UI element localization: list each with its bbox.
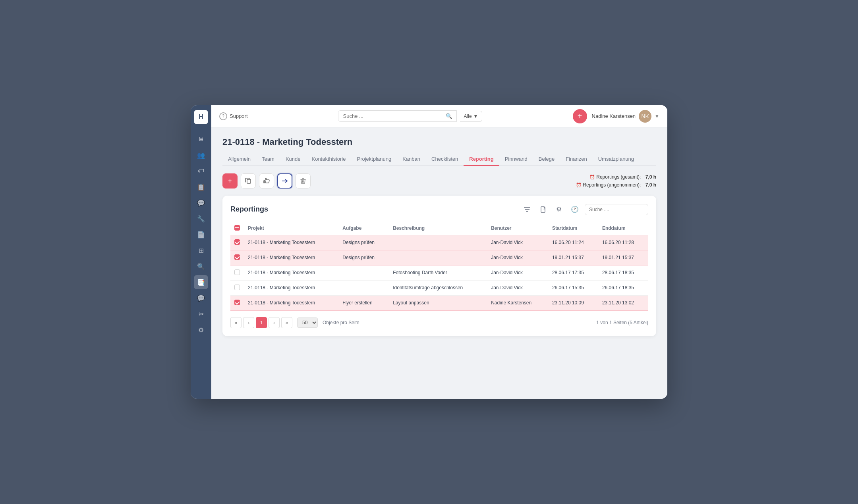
cell-benutzer: Jan-David Vick: [487, 235, 548, 250]
cell-projekt: 21-0118 - Marketing Todesstern: [244, 265, 338, 280]
sidebar-item-users[interactable]: 👥: [194, 148, 208, 162]
copy-button[interactable]: [241, 173, 256, 189]
row-checkbox[interactable]: [234, 300, 240, 305]
reportings-table-container: Reportings: [222, 196, 656, 336]
sidebar-item-messages[interactable]: 💬: [194, 291, 208, 305]
filter-icon[interactable]: [521, 204, 533, 215]
support-link[interactable]: ? Support: [219, 112, 248, 120]
topbar: ? Support 🔍 Alle ▼ + Nadine Karstensen N…: [211, 105, 667, 127]
cell-startdatum: 16.06.20 11:24: [548, 235, 598, 250]
tab-finanzen[interactable]: Finanzen: [560, 153, 592, 166]
sidebar-item-grid[interactable]: ⊞: [194, 243, 208, 258]
column-startdatum: Startdatum: [548, 222, 598, 235]
chevron-down-icon: ▼: [473, 113, 478, 119]
cell-projekt: 21-0118 - Marketing Todesstern: [244, 235, 338, 250]
table-header-row: Reportings: [230, 204, 648, 215]
column-benutzer: Benutzer: [487, 222, 548, 235]
sidebar-item-tasks[interactable]: 📋: [194, 180, 208, 194]
app-logo[interactable]: H: [194, 110, 208, 124]
sidebar-item-tools[interactable]: 🔧: [194, 212, 208, 226]
row-checkbox-cell[interactable]: [230, 235, 244, 250]
tab-allgemein[interactable]: Allgemein: [222, 153, 256, 166]
row-checkbox-cell[interactable]: [230, 295, 244, 310]
column-aufgabe: Aufgabe: [338, 222, 389, 235]
sidebar-item-settings[interactable]: ⚙: [194, 323, 208, 337]
cell-projekt: 21-0118 - Marketing Todesstern: [244, 280, 338, 295]
sidebar-item-search[interactable]: 🔍: [194, 259, 208, 273]
column-projekt: Projekt: [244, 222, 338, 235]
cell-enddatum: 28.06.17 18:35: [598, 265, 648, 280]
tab-projektplanung[interactable]: Projektplanung: [351, 153, 397, 166]
row-checkbox[interactable]: [234, 254, 240, 260]
global-add-button[interactable]: +: [573, 109, 587, 123]
prev-page-button[interactable]: ‹: [243, 317, 254, 328]
tab-umsatzplanung[interactable]: Umsatzplanung: [593, 153, 640, 166]
cell-beschreibung: [389, 250, 487, 265]
row-checkbox-cell[interactable]: [230, 250, 244, 265]
move-button[interactable]: [277, 173, 292, 189]
tab-kontakthistorie[interactable]: Kontakthistorie: [306, 153, 351, 166]
cell-beschreibung: Fotoshooting Darth Vader: [389, 265, 487, 280]
page-1-button[interactable]: 1: [256, 317, 267, 328]
sidebar-item-tags[interactable]: 🏷: [194, 164, 208, 178]
next-page-button[interactable]: ›: [269, 317, 280, 328]
history-icon[interactable]: 🕐: [569, 204, 581, 215]
cell-aufgabe: [338, 265, 389, 280]
row-checkbox-cell[interactable]: [230, 280, 244, 295]
support-icon: ?: [219, 112, 227, 120]
table-row: 21-0118 - Marketing Todesstern Designs p…: [230, 250, 648, 265]
search-filter-button[interactable]: Alle ▼: [460, 111, 483, 122]
tab-team[interactable]: Team: [256, 153, 280, 166]
first-page-button[interactable]: «: [230, 317, 242, 328]
row-checkbox-cell[interactable]: [230, 265, 244, 280]
settings-icon[interactable]: ⚙: [553, 204, 565, 215]
cell-beschreibung: Layout anpassen: [389, 295, 487, 310]
table-row: 21-0118 - Marketing Todesstern Identität…: [230, 280, 648, 295]
cell-enddatum: 23.11.20 13:02: [598, 295, 648, 310]
tab-belege[interactable]: Belege: [533, 153, 560, 166]
row-checkbox[interactable]: [234, 285, 240, 290]
row-checkbox[interactable]: [234, 239, 240, 245]
cell-startdatum: 23.11.20 10:09: [548, 295, 598, 310]
cell-enddatum: 16.06.20 11:28: [598, 235, 648, 250]
table-row: 21-0118 - Marketing Todesstern Flyer ers…: [230, 295, 648, 310]
sidebar-item-chat[interactable]: 💬: [194, 196, 208, 210]
avatar: NK: [639, 110, 651, 123]
tab-kanban[interactable]: Kanban: [397, 153, 426, 166]
last-page-button[interactable]: »: [281, 317, 292, 328]
cell-benutzer: Jan-David Vick: [487, 250, 548, 265]
project-title: 21-0118 - Marketing Todesstern: [222, 137, 656, 147]
sidebar-item-dashboard[interactable]: 🖥: [194, 132, 208, 146]
cell-aufgabe: [338, 280, 389, 295]
search-input-wrap: 🔍: [338, 110, 457, 122]
page-size-select[interactable]: 50: [297, 317, 318, 328]
pagination: « ‹ 1 › » 50 Objekte pro Seite 1 von 1 S…: [230, 317, 648, 328]
cell-enddatum: 26.06.17 18:35: [598, 280, 648, 295]
sidebar-item-documents[interactable]: 📄: [194, 227, 208, 242]
user-menu-chevron-icon: ▼: [655, 113, 659, 119]
sidebar: H 🖥 👥 🏷 📋 💬 🔧 📄 ⊞ 🔍 📑 💬 ✂ ⚙: [191, 105, 211, 399]
search-submit-button[interactable]: 🔍: [442, 111, 456, 121]
export-icon[interactable]: [537, 204, 549, 215]
data-table: Projekt Aufgabe Beschreibung Benutzer St…: [230, 222, 648, 311]
user-menu[interactable]: Nadine Karstensen NK ▼: [592, 110, 659, 123]
search-input[interactable]: [338, 111, 442, 121]
cell-startdatum: 19.01.21 15:37: [548, 250, 598, 265]
add-reporting-button[interactable]: +: [222, 173, 238, 189]
column-beschreibung: Beschreibung: [389, 222, 487, 235]
like-button[interactable]: [259, 173, 274, 189]
table-search-input[interactable]: [585, 204, 648, 215]
user-name-label: Nadine Karstensen: [592, 113, 636, 119]
sidebar-item-scissors[interactable]: ✂: [194, 307, 208, 321]
page-size-label: Objekte pro Seite: [323, 320, 359, 325]
sidebar-item-reports[interactable]: 📑: [194, 275, 208, 289]
tab-kunde[interactable]: Kunde: [280, 153, 306, 166]
support-label: Support: [230, 113, 248, 119]
select-all-checkbox[interactable]: [234, 225, 240, 231]
delete-button[interactable]: [296, 173, 311, 189]
row-checkbox[interactable]: [234, 269, 240, 275]
tab-checklisten[interactable]: Checklisten: [426, 153, 464, 166]
select-all-header[interactable]: [230, 222, 244, 235]
tab-reporting[interactable]: Reporting: [464, 153, 499, 166]
tab-pinnwand[interactable]: Pinnwand: [499, 153, 533, 166]
